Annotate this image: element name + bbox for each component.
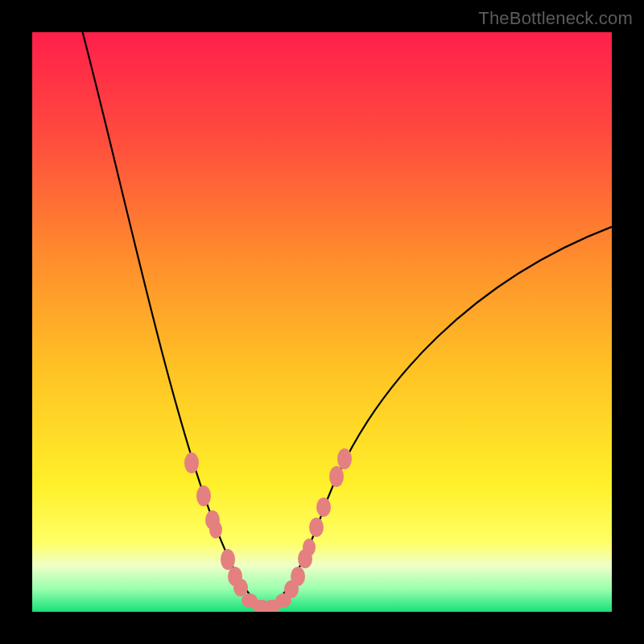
curve-layer (32, 32, 612, 612)
data-marker (221, 549, 235, 570)
plot-area (32, 32, 612, 612)
data-marker (303, 539, 316, 556)
data-marker (209, 521, 222, 539)
watermark-text: TheBottleneck.com (478, 8, 633, 29)
data-marker (337, 448, 352, 469)
data-marker (309, 518, 324, 537)
data-marker (184, 452, 199, 473)
data-marker (329, 466, 344, 487)
chart-frame: TheBottleneck.com (0, 0, 644, 644)
data-marker (233, 579, 248, 597)
right-curve (266, 224, 612, 608)
data-marker (196, 485, 211, 506)
data-marker (291, 567, 305, 586)
markers-group (184, 448, 352, 612)
left-curve (80, 32, 266, 608)
data-marker (316, 497, 331, 517)
